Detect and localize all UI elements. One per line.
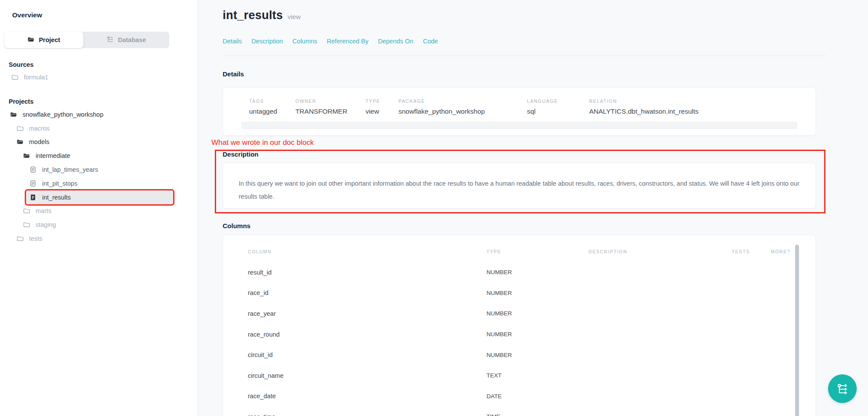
tab-details[interactable]: Details xyxy=(223,37,242,45)
column-name-cell: race_round xyxy=(248,331,487,338)
header-more: MORE? xyxy=(771,249,816,255)
columns-scrollbar[interactable] xyxy=(795,245,799,416)
column-type-cell: NUMBER xyxy=(487,269,589,275)
tree-mode-toggle: Project Database xyxy=(4,32,169,48)
details-card: TAGS untagged OWNER TRANSFORMER TYPE vie… xyxy=(223,87,816,136)
sidebar-item-int_results-selected[interactable]: int_results xyxy=(26,190,173,204)
sidebar-item-label: int_pit_stops xyxy=(42,180,77,187)
sidebar-item-label: intermediate xyxy=(36,152,70,159)
sidebar-item-formula1[interactable]: formula1 xyxy=(0,72,197,83)
toggle-database[interactable]: Database xyxy=(83,32,169,48)
model-type-suffix: view xyxy=(288,13,301,20)
dbt-docs-app: Overview Project Database Sources formul… xyxy=(0,0,868,416)
column-row-race_time[interactable]: race_time TIME xyxy=(248,406,815,416)
toggle-project[interactable]: Project xyxy=(4,32,83,48)
folder-open-icon xyxy=(27,36,34,44)
field-label: RELATION xyxy=(589,98,698,104)
tab-referenced-by[interactable]: Referenced By xyxy=(327,37,368,45)
column-name-cell: circuit_name xyxy=(248,372,487,379)
sources-section-label: Sources xyxy=(9,61,197,69)
columns-table-header: COLUMN TYPE DESCRIPTION TESTS MORE? xyxy=(248,249,815,255)
columns-section-title: Columns xyxy=(223,222,868,230)
column-name-cell: circuit_id xyxy=(248,351,487,358)
tab-description[interactable]: Description xyxy=(251,37,283,45)
page-title: int_results xyxy=(223,9,283,22)
sidebar-item-int_lap_times_years[interactable]: int_lap_times_years xyxy=(0,163,197,177)
file-icon xyxy=(30,180,36,187)
folder-open-icon xyxy=(10,111,17,118)
tab-columns[interactable]: Columns xyxy=(293,37,317,45)
toggle-project-label: Project xyxy=(39,36,60,43)
field-label: TAGS xyxy=(249,98,277,104)
column-name-cell: result_id xyxy=(248,269,487,276)
field-owner: OWNER TRANSFORMER xyxy=(296,98,348,115)
toggle-database-label: Database xyxy=(118,36,146,43)
sidebar-item-label: int_results xyxy=(42,194,71,201)
column-type-cell: NUMBER xyxy=(487,310,589,317)
description-text: In this query we want to join out other … xyxy=(239,177,800,203)
sidebar-item-label: tests xyxy=(29,235,43,242)
details-fields: TAGS untagged OWNER TRANSFORMER TYPE vie… xyxy=(249,98,789,115)
sidebar: Overview Project Database Sources formul… xyxy=(0,0,198,416)
columns-table-body: result_id NUMBER race_id NUMBER race_yea… xyxy=(248,262,815,416)
sidebar-item-int_pit_stops[interactable]: int_pit_stops xyxy=(0,177,197,190)
field-value: ANALYTICS.dbt_hwatson.int_results xyxy=(589,108,698,115)
field-relation: RELATION ANALYTICS.dbt_hwatson.int_resul… xyxy=(589,98,698,115)
sidebar-item-models[interactable]: models xyxy=(0,135,197,149)
folder-icon xyxy=(11,74,18,81)
sidebar-item-label: int_lap_times_years xyxy=(42,166,98,173)
overview-link[interactable]: Overview xyxy=(12,11,197,19)
annotation-text: What we wrote in our doc block xyxy=(211,138,868,147)
folder-icon xyxy=(23,207,30,214)
column-name-cell: race_year xyxy=(248,310,487,317)
folder-open-icon xyxy=(23,152,30,159)
database-tree-icon xyxy=(107,36,114,44)
column-row-circuit_name[interactable]: circuit_name TEXT xyxy=(248,365,815,386)
tab-code[interactable]: Code xyxy=(423,37,438,45)
header-column: COLUMN xyxy=(248,249,487,255)
sidebar-item-macros[interactable]: macros xyxy=(0,121,197,135)
field-label: PACKAGE xyxy=(398,98,485,104)
details-section-title: Details xyxy=(223,70,868,78)
column-type-cell: NUMBER xyxy=(487,290,589,296)
field-package: PACKAGE snowflake_python_workshop xyxy=(398,98,485,115)
header-tests: TESTS xyxy=(732,249,771,255)
details-collapsed-strip xyxy=(241,122,797,129)
sidebar-item-tests[interactable]: tests xyxy=(0,232,197,246)
folder-open-icon xyxy=(16,138,23,145)
column-name-cell: race_id xyxy=(248,289,487,296)
sidebar-item-label: marts xyxy=(36,207,51,214)
column-row-race_id[interactable]: race_id NUMBER xyxy=(248,283,815,304)
field-type: TYPE view xyxy=(365,98,380,115)
column-row-race_date[interactable]: race_date DATE xyxy=(248,386,815,407)
sidebar-item-label: staging xyxy=(36,221,56,228)
columns-card: COLUMN TYPE DESCRIPTION TESTS MORE? resu… xyxy=(223,235,816,416)
field-value: TRANSFORMER xyxy=(296,108,348,115)
field-label: TYPE xyxy=(365,98,380,104)
column-type-cell: TIME xyxy=(487,413,589,416)
sidebar-item-marts[interactable]: marts xyxy=(0,204,197,218)
sidebar-item-label: formula1 xyxy=(24,74,48,81)
lineage-fab[interactable] xyxy=(828,374,857,403)
header-type: TYPE xyxy=(487,249,589,255)
sidebar-item-intermediate[interactable]: intermediate xyxy=(0,149,197,163)
tab-depends-on[interactable]: Depends On xyxy=(378,37,413,45)
sidebar-item-snowflake_python_workshop[interactable]: snowflake_python_workshop xyxy=(0,108,197,121)
column-row-race_year[interactable]: race_year NUMBER xyxy=(248,303,815,324)
sidebar-item-label: snowflake_python_workshop xyxy=(23,111,103,118)
field-label: OWNER xyxy=(296,98,348,104)
field-language: LANGUAGE sql xyxy=(527,98,558,115)
lineage-icon xyxy=(837,383,848,394)
column-row-result_id[interactable]: result_id NUMBER xyxy=(248,262,815,283)
main-content: int_results view Details Description Col… xyxy=(198,0,868,416)
column-name-cell: race_date xyxy=(248,393,487,400)
file-icon xyxy=(30,166,36,173)
project-tree: snowflake_python_workshop macros models … xyxy=(0,108,197,246)
field-value: sql xyxy=(527,108,558,115)
sidebar-item-staging[interactable]: staging xyxy=(0,218,197,232)
field-label: LANGUAGE xyxy=(527,98,558,104)
field-value: view xyxy=(365,108,380,115)
file-icon xyxy=(30,194,36,201)
column-row-circuit_id[interactable]: circuit_id NUMBER xyxy=(248,344,815,365)
column-row-race_round[interactable]: race_round NUMBER xyxy=(248,324,815,345)
